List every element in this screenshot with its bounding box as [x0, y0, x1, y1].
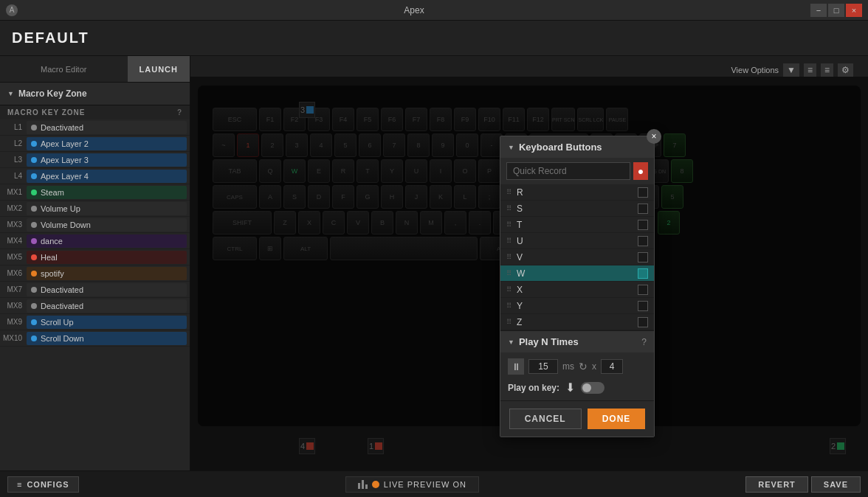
key-checkbox[interactable] — [638, 187, 648, 198]
play-section-header[interactable]: ▼ Play N Times ? — [500, 331, 654, 352]
configs-button[interactable]: ≡ CONFIGS — [7, 476, 79, 493]
quick-record-button[interactable]: ● — [633, 162, 648, 180]
macro-item[interactable]: L4 Apex Layer 4 — [0, 168, 190, 184]
play-n-times-section: ▼ Play N Times ? ⏸ ms ↻ x — [500, 331, 654, 401]
key-checkbox[interactable] — [638, 317, 648, 327]
live-bar-3 — [365, 484, 368, 489]
app-header: DEFAULT — [0, 21, 868, 56]
view-option-list[interactable]: ≡ — [804, 63, 816, 77]
view-options-bar: View Options ▼ ≡ ≡ ⚙ — [731, 63, 853, 77]
close-button[interactable]: × — [846, 4, 862, 17]
macro-help-icon[interactable]: ? — [177, 108, 182, 117]
minimize-button[interactable]: − — [810, 4, 827, 17]
keyboard-area: View Options ▼ ≡ ≡ ⚙ ESC F1 F2 F3 F4 F5 — [190, 56, 868, 470]
live-bar-1 — [358, 483, 360, 489]
macro-color-dot — [31, 206, 37, 212]
key-list-item[interactable]: ⠿ R — [500, 184, 654, 201]
key-checkbox[interactable] — [638, 220, 648, 230]
key-list-item[interactable]: ⠿ S — [500, 201, 654, 217]
key-grip-icon: ⠿ — [506, 253, 512, 261]
keyboard-buttons-title: Keyboard Buttons — [519, 142, 647, 153]
macro-item[interactable]: MX6 spotify — [0, 265, 190, 282]
count-input[interactable] — [601, 359, 623, 374]
macro-value-label: Scroll Up — [27, 316, 187, 329]
macro-item[interactable]: L2 Apex Layer 2 — [0, 136, 190, 152]
key-list-item[interactable]: ⠿ Z — [500, 314, 654, 330]
key-list-item[interactable]: ⠿ Y — [500, 298, 654, 314]
content-area: Macro Editor LAUNCH ▼ Macro Key Zone MAC… — [0, 56, 868, 470]
macro-item[interactable]: MX4 dance — [0, 233, 190, 249]
keyboard-buttons-header[interactable]: ▼ Keyboard Buttons — [500, 136, 654, 158]
macro-value-label: dance — [27, 234, 187, 248]
key-checkbox[interactable] — [638, 268, 648, 279]
macro-item[interactable]: MX3 Volume Down — [0, 217, 190, 233]
view-option-dropdown[interactable]: ▼ — [783, 63, 799, 77]
macro-value-label: Scroll Down — [27, 332, 187, 345]
macro-item[interactable]: L1 Deactivated — [0, 119, 190, 136]
key-checkbox[interactable] — [638, 236, 648, 246]
macro-value-label: Apex Layer 3 — [27, 153, 187, 167]
key-list-item[interactable]: ⠿ X — [500, 282, 654, 298]
key-grip-icon: ⠿ — [506, 285, 512, 293]
key-checkbox[interactable] — [638, 252, 648, 263]
live-indicator-dot — [372, 481, 379, 488]
live-preview-label: LIVE PREVIEW ON — [384, 480, 466, 489]
key-grip-icon: ⠿ — [506, 318, 512, 326]
key-grip-icon: ⠿ — [506, 302, 512, 310]
save-button[interactable]: SAVE — [811, 476, 861, 493]
macro-item[interactable]: MX8 Deactivated — [0, 298, 190, 314]
macro-color-dot — [31, 157, 37, 163]
app-icon: A — [6, 4, 18, 16]
macro-key-label: MX3 — [3, 220, 27, 229]
play-help-icon[interactable]: ? — [641, 337, 647, 347]
key-list-item[interactable]: ⠿ U — [500, 233, 654, 249]
view-option-list2[interactable]: ≡ — [821, 63, 833, 77]
cancel-button[interactable]: CANCEL — [509, 409, 582, 429]
title-bar: A Apex − □ × — [0, 0, 868, 21]
key-checkbox[interactable] — [638, 204, 648, 214]
ms-value-input[interactable] — [528, 359, 558, 374]
macro-item[interactable]: MX5 Heal — [0, 249, 190, 265]
macro-item[interactable]: MX9 Scroll Up — [0, 314, 190, 330]
macro-item[interactable]: MX7 Deactivated — [0, 282, 190, 298]
macro-value-label: Deactivated — [27, 283, 187, 296]
macro-value-label: Deactivated — [27, 121, 187, 134]
quick-record-input[interactable] — [506, 162, 630, 180]
key-checkbox[interactable] — [638, 285, 648, 295]
macro-value-label: Apex Layer 2 — [27, 137, 187, 150]
macro-value-label: Steam — [27, 186, 187, 199]
key-list-item[interactable]: ⠿ W — [500, 265, 654, 282]
live-bars — [358, 480, 368, 489]
configs-label: CONFIGS — [27, 480, 69, 489]
macro-item[interactable]: MX10 Scroll Down — [0, 330, 190, 347]
macro-value-label: Deactivated — [27, 299, 187, 313]
launch-button[interactable]: LAUNCH — [128, 56, 190, 82]
macro-value-label: spotify — [27, 267, 187, 280]
ms-label: ms — [562, 361, 574, 372]
key-item-label: W — [517, 268, 633, 279]
macro-color-dot — [31, 303, 37, 309]
macro-list: L1 Deactivated L2 Apex Layer 2 L3 Apex L… — [0, 119, 190, 470]
done-button[interactable]: DONE — [588, 409, 646, 429]
play-on-key-toggle[interactable] — [581, 382, 604, 394]
key-list-item[interactable]: ⠿ V — [500, 249, 654, 265]
macro-item[interactable]: MX2 Volume Up — [0, 201, 190, 217]
key-item-label: Z — [517, 317, 633, 327]
key-list-item[interactable]: ⠿ T — [500, 217, 654, 233]
macro-key-label: L4 — [3, 172, 27, 180]
revert-button[interactable]: REVERT — [745, 476, 808, 493]
window-controls: − □ × — [810, 4, 862, 17]
macro-item[interactable]: MX1 Steam — [0, 184, 190, 201]
key-checkbox[interactable] — [638, 301, 648, 311]
maximize-button[interactable]: □ — [828, 4, 844, 17]
macro-key-zone-header[interactable]: ▼ Macro Key Zone — [0, 83, 190, 105]
view-option-settings[interactable]: ⚙ — [838, 63, 853, 77]
modal-close-button[interactable]: × — [647, 129, 661, 144]
keyboard-buttons-section: ▼ Keyboard Buttons ● ⠿ R ⠿ S ⠿ T — [500, 136, 654, 331]
macro-color-dot — [31, 238, 37, 244]
play-on-key-label: Play on key: — [508, 383, 559, 393]
pause-button[interactable]: ⏸ — [508, 358, 524, 375]
macro-editor-label: Macro Editor — [0, 56, 128, 82]
macro-item[interactable]: L3 Apex Layer 3 — [0, 152, 190, 168]
macro-list-header: MACRO KEY ZONE ? — [0, 105, 190, 119]
